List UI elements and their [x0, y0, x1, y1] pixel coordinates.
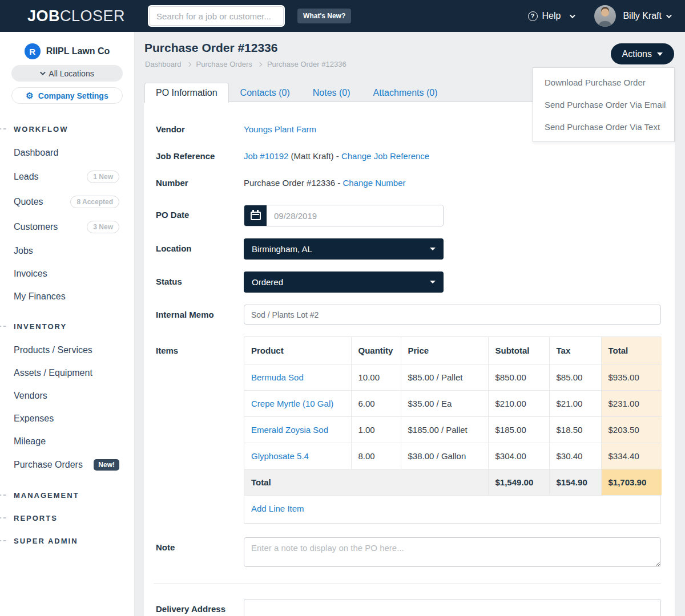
cell-price: $35.00 / Ea	[401, 391, 488, 417]
tab-po-information[interactable]: PO Information	[144, 83, 229, 103]
sidebar-item-assets-equipment[interactable]: Assets / Equipment	[0, 362, 134, 384]
breadcrumb-item-purchase-orders[interactable]: Purchase Orders	[196, 60, 252, 68]
actions-button[interactable]: Actions	[611, 43, 674, 64]
sidebar-item-badge: New!	[94, 459, 119, 471]
sidebar-section-workflow[interactable]: WORKFLOW	[0, 124, 134, 133]
dash-icon	[0, 326, 6, 327]
breadcrumb-item-purchase-order-12336[interactable]: Purchase Order #12336	[267, 60, 346, 68]
cell-subtotal: $304.00	[488, 443, 549, 469]
sidebar-item-customers[interactable]: Customers3 New	[0, 214, 134, 240]
navbar-right: ? Help Billy Kraft	[528, 5, 670, 27]
sidebar-section-super-admin[interactable]: SUPER ADMIN	[0, 536, 134, 545]
sidebar-item-jobs[interactable]: Jobs	[0, 240, 134, 262]
sidebar-item-mileage[interactable]: Mileage	[0, 430, 134, 453]
cell-total: $203.50	[601, 417, 662, 443]
sidebar-section-label: WORKFLOW	[14, 125, 68, 133]
sidebar-item-label: Vendors	[14, 391, 47, 401]
internal-memo-input[interactable]	[244, 305, 661, 325]
user-menu[interactable]: Billy Kraft	[623, 11, 670, 21]
tab-bar: PO InformationContacts (0)Notes (0)Attac…	[144, 83, 449, 103]
table-row: Crepe Myrtle (10 Gal)6.00$35.00 / Ea$210…	[244, 391, 662, 417]
whats-new-button[interactable]: What's New?	[297, 9, 351, 23]
help-menu[interactable]: ? Help	[528, 11, 574, 21]
all-locations-dropdown[interactable]: All Locations	[11, 65, 123, 82]
all-locations-label: All Locations	[49, 69, 94, 78]
menu-item-send-purchase-order-via-text[interactable]: Send Purchase Order Via Text	[533, 116, 674, 138]
sidebar-item-purchase-orders[interactable]: Purchase OrdersNew!	[0, 453, 134, 477]
sidebar-item-my-finances[interactable]: My Finances	[0, 285, 134, 308]
total-grand: $1,703.90	[601, 469, 662, 496]
cell-product: Glyphosate 5.4	[244, 443, 351, 469]
product-link[interactable]: Glyphosate 5.4	[251, 451, 309, 461]
search-input[interactable]	[149, 6, 284, 26]
table-total-row: Total$1,549.00$154.90$1,703.90	[244, 469, 662, 496]
sidebar-section-management[interactable]: MANAGEMENT	[0, 491, 134, 500]
delivery-address-line1-input[interactable]	[244, 599, 661, 616]
status-selected-value: Ordered	[252, 277, 283, 287]
cell-quantity: 6.00	[351, 391, 401, 417]
total-subtotal: $1,549.00	[488, 469, 549, 496]
sidebar-item-vendors[interactable]: Vendors	[0, 384, 134, 407]
breadcrumb-separator	[257, 62, 262, 66]
po-date-input[interactable]	[267, 205, 443, 226]
product-link[interactable]: Emerald Zoysia Sod	[251, 425, 328, 435]
calendar-button[interactable]	[244, 205, 267, 226]
note-row: Note	[156, 537, 661, 567]
sidebar-section-inventory[interactable]: INVENTORY	[0, 322, 134, 331]
cell-tax: $18.50	[549, 417, 601, 443]
sidebar-item-products-services[interactable]: Products / Services	[0, 339, 134, 362]
location-select[interactable]: Birmingham, AL	[244, 238, 444, 260]
change-number-link[interactable]: Change Number	[342, 178, 405, 188]
note-label: Note	[156, 537, 244, 567]
sidebar-item-label: Expenses	[14, 414, 54, 424]
app-logo[interactable]: JOBCLOSER	[27, 7, 125, 25]
sidebar-nav: WORKFLOWDashboardLeads1 NewQuotes8 Accep…	[0, 104, 134, 545]
breadcrumb-item-dashboard[interactable]: Dashboard	[145, 60, 182, 68]
sidebar-section-items: DashboardLeads1 NewQuotes8 AcceptedCusto…	[0, 141, 134, 308]
cell-price: $185.00 / Pallet	[401, 417, 488, 443]
caret-down-icon	[430, 248, 436, 250]
sidebar: R RIIPL Lawn Co All Locations ⚙ Company …	[0, 32, 135, 616]
cell-product: Bermuda Sod	[244, 364, 351, 391]
product-link[interactable]: Bermuda Sod	[251, 372, 304, 382]
tab-contacts-0[interactable]: Contacts (0)	[229, 83, 301, 103]
sidebar-item-quotes[interactable]: Quotes8 Accepted	[0, 189, 134, 214]
internal-memo-row: Internal Memo	[156, 305, 661, 325]
main-area: Purchase Order #12336 DashboardPurchase …	[135, 32, 685, 616]
company-header: R RIIPL Lawn Co	[0, 32, 134, 59]
company-settings-button[interactable]: ⚙ Company Settings	[11, 87, 123, 104]
cell-total: $935.00	[601, 364, 662, 391]
logo-light-text: CLOSER	[60, 7, 125, 25]
sidebar-section-reports[interactable]: REPORTS	[0, 513, 134, 522]
cell-price: $38.00 / Gallon	[401, 443, 488, 469]
sidebar-item-leads[interactable]: Leads1 New	[0, 164, 134, 189]
job-link[interactable]: Job #10192	[244, 151, 288, 161]
gear-icon: ⚙	[26, 91, 33, 100]
items-table: ProductQuantityPriceSubtotalTaxTotal Ber…	[244, 337, 661, 524]
note-textarea[interactable]	[244, 537, 661, 567]
tab-notes-0[interactable]: Notes (0)	[301, 83, 362, 103]
sidebar-section-label: INVENTORY	[14, 322, 67, 331]
sidebar-item-dashboard[interactable]: Dashboard	[0, 141, 134, 164]
product-link[interactable]: Crepe Myrtle (10 Gal)	[251, 399, 333, 408]
po-information-panel: Vendor Youngs Plant Farm Job Reference J…	[144, 102, 675, 616]
cell-price: $85.00 / Pallet	[401, 364, 488, 391]
sidebar-section-items: Products / ServicesAssets / EquipmentVen…	[0, 339, 134, 477]
change-job-reference-link[interactable]: Change Job Reference	[341, 151, 429, 161]
menu-item-send-purchase-order-via-email[interactable]: Send Purchase Order Via Email	[533, 94, 674, 116]
chevron-down-icon	[666, 13, 672, 18]
chevron-down-icon	[570, 13, 575, 18]
user-avatar[interactable]	[594, 5, 616, 27]
breadcrumb-separator	[186, 62, 191, 66]
sidebar-item-label: My Finances	[14, 291, 66, 302]
tab-attachments-0[interactable]: Attachments (0)	[362, 83, 449, 103]
table-row: Emerald Zoysia Sod1.00$185.00 / Pallet$1…	[244, 417, 662, 443]
sidebar-item-expenses[interactable]: Expenses	[0, 407, 134, 430]
sidebar-item-badge: 8 Accepted	[70, 196, 119, 208]
menu-item-download-purchase-order[interactable]: Download Purchase Order	[533, 71, 674, 94]
add-line-item-link[interactable]: Add Line Item	[251, 504, 304, 513]
vendor-link[interactable]: Youngs Plant Farm	[244, 124, 316, 134]
cell-subtotal: $210.00	[488, 391, 549, 417]
status-select[interactable]: Ordered	[244, 271, 444, 293]
sidebar-item-invoices[interactable]: Invoices	[0, 262, 134, 285]
